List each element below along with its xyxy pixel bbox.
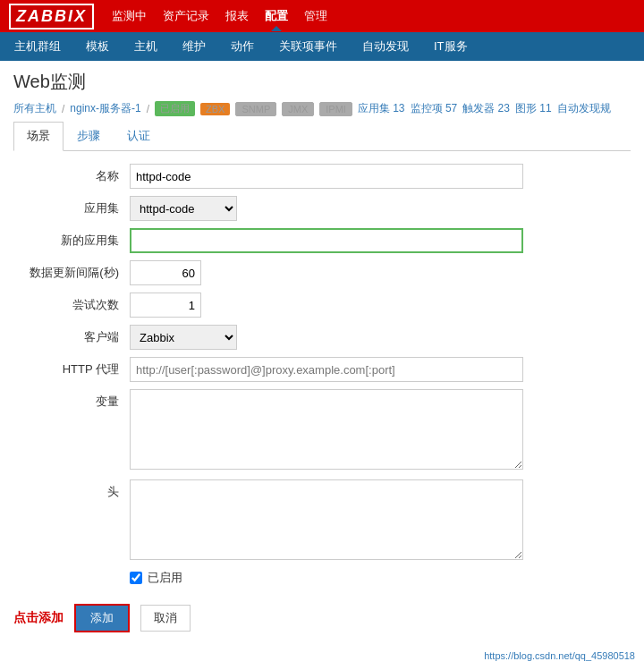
- breadcrumb-autodiscover[interactable]: 自动发现规: [557, 101, 611, 116]
- nav-item-config[interactable]: 配置: [265, 8, 288, 24]
- breadcrumb-appset[interactable]: 应用集 13: [358, 101, 405, 116]
- nav-item-admin[interactable]: 管理: [304, 8, 327, 24]
- label-variables: 变量: [13, 389, 130, 410]
- textarea-headers[interactable]: [130, 479, 523, 560]
- form-row-enabled: 已启用: [13, 570, 631, 586]
- nav-item-monitor[interactable]: 监测中: [112, 8, 147, 24]
- top-nav-menu: 监测中 资产记录 报表 配置 管理: [112, 8, 327, 24]
- breadcrumb-sep1: /: [62, 103, 64, 115]
- form-row-name: 名称: [13, 164, 631, 189]
- nav-item-reports[interactable]: 报表: [225, 8, 249, 24]
- breadcrumb-sep2: /: [147, 103, 149, 115]
- badge-ipmi: IPMI: [319, 102, 352, 116]
- nav-host-groups[interactable]: 主机群组: [9, 35, 66, 58]
- nav-event-correlation[interactable]: 关联项事件: [274, 35, 343, 58]
- breadcrumb: 所有主机 / nginx-服务器-1 / 已启用 ZBX SNMP JMX IP…: [13, 101, 631, 116]
- control-new-appset: [130, 228, 631, 253]
- form-row-agent: 客户端 Zabbix: [13, 325, 631, 350]
- label-enabled: 已启用: [148, 570, 182, 586]
- tabs: 场景 步骤 认证: [13, 122, 631, 151]
- form-row-retries: 尝试次数: [13, 293, 631, 318]
- label-headers: 头: [13, 479, 130, 500]
- input-interval[interactable]: [130, 260, 201, 285]
- label-agent: 客户端: [13, 325, 130, 345]
- add-button[interactable]: 添加: [74, 604, 130, 632]
- page-content: Web监测 所有主机 / nginx-服务器-1 / 已启用 ZBX SNMP …: [0, 61, 644, 649]
- control-variables: [130, 389, 631, 472]
- logo: ZABBIX: [9, 4, 94, 30]
- nav-it-services[interactable]: IT服务: [428, 35, 473, 58]
- control-agent: Zabbix: [130, 325, 631, 350]
- control-interval: [130, 260, 631, 285]
- badge-jmx: JMX: [282, 102, 314, 116]
- label-retries: 尝试次数: [13, 293, 130, 313]
- add-hint: 点击添加: [13, 610, 64, 626]
- nav-maintenance[interactable]: 维护: [177, 35, 211, 58]
- control-http-proxy: [130, 357, 631, 382]
- label-http-proxy: HTTP 代理: [13, 357, 130, 377]
- textarea-variables[interactable]: [130, 389, 523, 470]
- tab-steps[interactable]: 步骤: [64, 122, 114, 150]
- label-appset: 应用集: [13, 196, 130, 216]
- nav-hosts[interactable]: 主机: [129, 35, 163, 58]
- control-retries: [130, 293, 631, 318]
- input-http-proxy[interactable]: [130, 357, 523, 382]
- page-title: Web监测: [13, 70, 631, 94]
- control-appset: httpd-code: [130, 196, 631, 221]
- nav-actions[interactable]: 动作: [225, 35, 259, 58]
- top-navigation: ZABBIX 监测中 资产记录 报表 配置 管理: [0, 0, 644, 32]
- form-row-headers: 头: [13, 479, 631, 563]
- breadcrumb-monitors[interactable]: 监控项 57: [411, 101, 458, 116]
- badge-snmp: SNMP: [235, 102, 276, 116]
- tab-auth[interactable]: 认证: [114, 122, 164, 150]
- cancel-button[interactable]: 取消: [140, 605, 191, 632]
- input-name[interactable]: [130, 164, 523, 189]
- form-row-new-appset: 新的应用集: [13, 228, 631, 253]
- nav-discovery[interactable]: 自动发现: [357, 35, 414, 58]
- form-row-http-proxy: HTTP 代理: [13, 357, 631, 382]
- form-row-variables: 变量: [13, 389, 631, 472]
- nav-templates[interactable]: 模板: [80, 35, 114, 58]
- breadcrumb-triggers[interactable]: 触发器 23: [462, 101, 510, 116]
- badge-enabled: 已启用: [155, 101, 195, 116]
- input-retries[interactable]: [130, 293, 201, 318]
- breadcrumb-host[interactable]: nginx-服务器-1: [70, 101, 140, 116]
- nav-item-assets[interactable]: 资产记录: [163, 8, 209, 24]
- badge-zbx: ZBX: [200, 103, 230, 115]
- form-row-interval: 数据更新间隔(秒): [13, 260, 631, 285]
- bottom-actions: 点击添加 添加 取消 https://blog.csdn.net/qq_4598…: [13, 597, 631, 640]
- form-row-appset: 应用集 httpd-code: [13, 196, 631, 221]
- breadcrumb-graphs[interactable]: 图形 11: [515, 101, 552, 116]
- web-monitor-form: 名称 应用集 httpd-code 新的应用集 数据更新间隔(秒): [13, 164, 631, 563]
- second-navigation: 主机群组 模板 主机 维护 动作 关联项事件 自动发现 IT服务: [0, 32, 644, 61]
- breadcrumb-all-hosts[interactable]: 所有主机: [13, 101, 56, 116]
- label-new-appset: 新的应用集: [13, 228, 130, 249]
- select-appset[interactable]: httpd-code: [130, 196, 237, 221]
- logo-text: ZABBIX: [16, 7, 87, 25]
- control-name: [130, 164, 631, 189]
- label-interval: 数据更新间隔(秒): [13, 260, 130, 281]
- checkbox-enabled[interactable]: [130, 572, 142, 584]
- tab-scenario[interactable]: 场景: [13, 122, 64, 151]
- control-headers: [130, 479, 631, 563]
- label-name: 名称: [13, 164, 130, 184]
- select-agent[interactable]: Zabbix: [130, 325, 237, 350]
- input-new-appset[interactable]: [130, 228, 523, 253]
